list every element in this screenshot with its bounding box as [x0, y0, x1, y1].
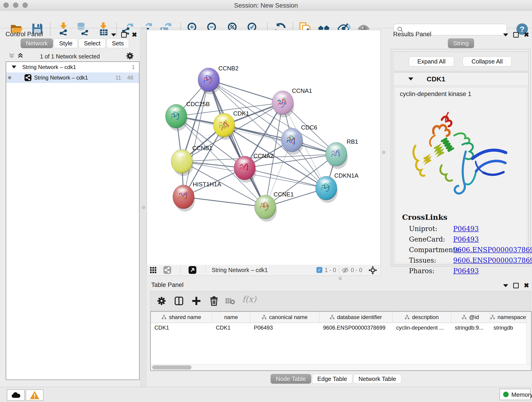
- tab-network[interactable]: Network: [21, 38, 53, 48]
- column-header--id[interactable]: @id: [451, 312, 490, 323]
- network-selection-summary: 1 of 1 Network selected: [6, 53, 134, 60]
- crosslink-value-link[interactable]: 9606.ENSP00000378699: [453, 246, 532, 254]
- warning-icon: [30, 391, 40, 400]
- collapse-entry-icon[interactable]: [408, 77, 413, 80]
- network-node-HIST1H1A[interactable]: HIST1H1A: [173, 181, 221, 211]
- tab-string[interactable]: String: [448, 38, 474, 48]
- network-style-icon[interactable]: [163, 266, 171, 274]
- horizontal-splitter-grip[interactable]: [339, 277, 342, 280]
- import-network-file-icon[interactable]: [57, 22, 70, 35]
- network-node-CDK1[interactable]: CDK1: [213, 110, 249, 140]
- delete-column-icon[interactable]: [209, 295, 219, 306]
- open-in-window-icon[interactable]: [189, 266, 196, 274]
- crosslinks-list: Uniprot:P06493GeneCard:P06493Compartment…: [395, 225, 527, 278]
- tab-node-table[interactable]: Node Table: [271, 374, 311, 384]
- network-row-selected[interactable]: String Network – cdk1 11 48: [6, 72, 139, 83]
- network-canvas[interactable]: CCNB2CCNA1CDC25BCDK1CDC6RB1CCNB1CCNA2CDK…: [147, 30, 381, 265]
- tab-select[interactable]: Select: [79, 38, 106, 48]
- cdk1-card-header[interactable]: CDK1: [393, 72, 528, 86]
- table-horizontal-scrollbar[interactable]: [151, 364, 531, 370]
- column-header-name[interactable]: name: [212, 312, 250, 323]
- delete-table-icon[interactable]: [225, 297, 235, 305]
- table-cell[interactable]: cyclin-dependent ...: [393, 323, 451, 333]
- close-panel-icon[interactable]: ✖: [524, 283, 529, 288]
- float-panel-icon[interactable]: [513, 32, 519, 38]
- close-panel-icon[interactable]: ✖: [132, 32, 137, 37]
- float-panel-icon[interactable]: [121, 32, 127, 38]
- string-network-icon: [25, 74, 32, 81]
- node-label: CCNA1: [292, 87, 312, 94]
- column-header-description[interactable]: description: [393, 312, 451, 323]
- crosslink-value-link[interactable]: P06493: [453, 267, 479, 275]
- tab-edge-table[interactable]: Edge Table: [312, 374, 352, 384]
- crosslink-value-link[interactable]: P06493: [453, 235, 479, 243]
- splitter-grip[interactable]: [142, 206, 145, 209]
- network-collection-row[interactable]: String Network – cdk1 1: [6, 62, 139, 72]
- panel-menu-icon[interactable]: [503, 33, 508, 36]
- network-node-RB1[interactable]: RB1: [326, 138, 358, 169]
- close-panel-icon[interactable]: ✖: [524, 32, 529, 37]
- table-options-gear-icon[interactable]: [157, 296, 167, 306]
- network-node-CDKN1A[interactable]: CDKN1A: [316, 172, 359, 203]
- memory-button[interactable]: Memory: [500, 389, 531, 400]
- crosslink-value-link[interactable]: 9606.ENSP00000378699: [453, 256, 532, 264]
- import-table-file-icon[interactable]: [97, 22, 110, 35]
- collection-count: 1: [132, 64, 135, 70]
- collapse-all-button[interactable]: Collapse All: [462, 56, 512, 66]
- panel-menu-icon[interactable]: [503, 284, 508, 287]
- entry-description: cyclin-dependent kinase 1: [400, 90, 471, 98]
- panel-menu-icon[interactable]: [111, 33, 116, 36]
- table-tabs: Node TableEdge TableNetwork Table: [271, 374, 402, 384]
- column-header-database-identifier[interactable]: database identifier: [319, 312, 393, 323]
- network-node-CCNA1[interactable]: CCNA1: [272, 87, 312, 117]
- table-cell[interactable]: stringdb: [490, 323, 526, 333]
- node-label: CDC6: [301, 124, 317, 131]
- network-node-count: 11: [115, 75, 121, 81]
- expand-all-button[interactable]: Expand All: [409, 56, 454, 66]
- results-panel-title: Results Panel: [393, 31, 431, 38]
- collection-expander-icon[interactable]: [12, 65, 16, 69]
- column-header-namespace[interactable]: namespace: [490, 312, 526, 323]
- pan-crosshair-icon[interactable]: [368, 266, 377, 275]
- title-bar: Session: New Session: [0, 0, 532, 11]
- selected-checkbox-icon[interactable]: ✓: [317, 267, 322, 273]
- hidden-eye-icon[interactable]: [342, 267, 349, 274]
- network-node-CDC6[interactable]: CDC6: [281, 124, 317, 155]
- table-header-row: shared namenamecanonical namedatabase id…: [151, 312, 531, 323]
- import-network-database-icon[interactable]: [76, 22, 89, 35]
- network-options-gear-icon[interactable]: [126, 51, 134, 60]
- toolbar-separator: [50, 23, 51, 36]
- crosslink-label: GeneCard:: [409, 235, 445, 243]
- table-cell[interactable]: CDK1: [212, 323, 250, 333]
- column-header-shared-name[interactable]: shared name: [151, 312, 212, 323]
- function-builder-icon[interactable]: f(x): [242, 294, 256, 304]
- tab-network-table[interactable]: Network Table: [353, 374, 401, 384]
- cloud-status-button[interactable]: [7, 389, 25, 401]
- right-splitter-grip[interactable]: [382, 151, 385, 154]
- birds-eye-view-icon[interactable]: [150, 267, 157, 274]
- show-columns-icon[interactable]: [174, 296, 184, 306]
- node-label: RB1: [347, 138, 358, 145]
- add-column-icon[interactable]: [191, 296, 201, 306]
- left-splitter[interactable]: [140, 28, 147, 387]
- column-header-canonical-name[interactable]: canonical name: [250, 312, 319, 323]
- tab-sets[interactable]: Sets: [107, 38, 129, 48]
- table-row[interactable]: CDK1CDK1P064939606.ENSP00000378699cyclin…: [151, 323, 531, 333]
- crosslinks-title: CrossLinks: [402, 213, 447, 222]
- table-cell[interactable]: CDK1: [151, 323, 212, 333]
- float-panel-icon[interactable]: [513, 283, 519, 288]
- protein-structure-image: [407, 106, 508, 206]
- tab-style[interactable]: Style: [54, 38, 78, 48]
- scrollbar-thumb[interactable]: [152, 365, 191, 370]
- table-cell[interactable]: 9606.ENSP00000378699: [319, 323, 393, 333]
- table-cell[interactable]: P06493: [250, 323, 319, 333]
- crosslink-value-link[interactable]: P06493: [453, 225, 479, 233]
- table-vertical-scrollbar[interactable]: [526, 323, 531, 364]
- node-label: CDKN1A: [334, 172, 359, 179]
- network-node-CDC25B[interactable]: CDC25B: [165, 101, 210, 131]
- warnings-button[interactable]: [26, 389, 44, 401]
- netbar-separator: [339, 266, 339, 274]
- table-cell[interactable]: stringdb:9...: [451, 323, 490, 333]
- network-node-CCNB2[interactable]: CCNB2: [198, 65, 239, 95]
- cytoscape-window: Session: New Session ? Control Panel: [0, 0, 532, 402]
